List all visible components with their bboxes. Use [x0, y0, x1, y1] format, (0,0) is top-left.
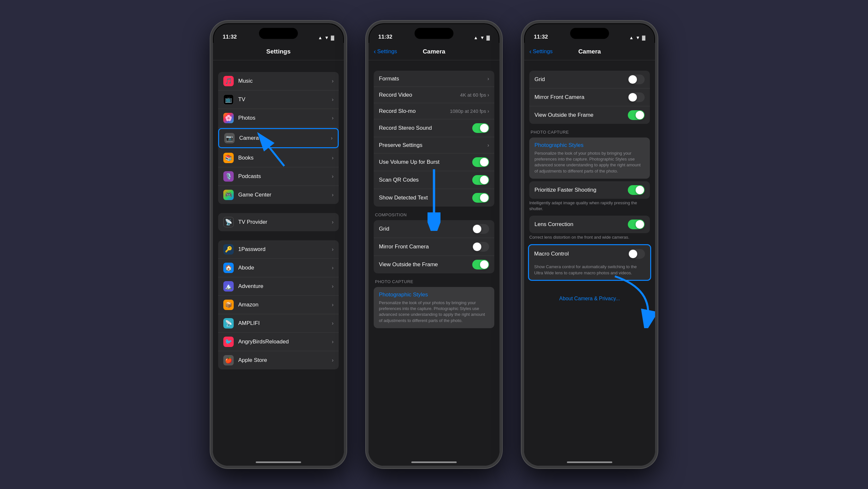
- faster-shooting-toggle[interactable]: [628, 185, 645, 195]
- scan-qr-row[interactable]: Scan QR Codes: [374, 171, 494, 189]
- applestore-row[interactable]: 🍎 Apple Store ›: [218, 351, 339, 369]
- grid-knob-3: [628, 75, 637, 84]
- record-video-row[interactable]: Record Video 4K at 60 fps ›: [374, 87, 494, 103]
- view-outside-toggle-3[interactable]: [628, 110, 645, 120]
- music-label: Music: [238, 78, 332, 84]
- preserve-settings-chevron: ›: [488, 142, 489, 148]
- preserve-settings-row[interactable]: Preserve Settings ›: [374, 137, 494, 153]
- formats-row[interactable]: Formats ›: [374, 71, 494, 87]
- grid-toggle[interactable]: [472, 224, 489, 234]
- music-icon: 🎵: [223, 76, 234, 86]
- photo-styles-title-2: Photographic Styles: [379, 292, 489, 298]
- view-outside-frame-toggle[interactable]: [472, 260, 489, 270]
- mirror-front-camera-label: Mirror Front Camera: [379, 244, 472, 250]
- mirror-front-camera-row[interactable]: Mirror Front Camera: [374, 238, 494, 256]
- view-outside-row-3[interactable]: View Outside the Frame: [529, 106, 650, 124]
- grid-toggle-3[interactable]: [628, 74, 645, 84]
- scan-qr-toggle[interactable]: [472, 175, 489, 185]
- nav-back-label-3: Settings: [533, 48, 553, 55]
- mirror-front-camera-toggle[interactable]: [472, 242, 489, 252]
- macro-control-toggle[interactable]: [628, 249, 645, 259]
- record-video-chevron: ›: [488, 92, 489, 98]
- camera-chevron: ›: [331, 135, 333, 141]
- faster-shooting-desc: Intelligently adapt image quality when r…: [524, 199, 655, 216]
- volume-burst-row[interactable]: Use Volume Up for Burst: [374, 153, 494, 171]
- photos-row[interactable]: 🌸 Photos ›: [218, 109, 339, 127]
- photo-capture-label-3: PHOTO CAPTURE: [531, 130, 569, 134]
- faster-shooting-row[interactable]: Prioritize Faster Shooting: [529, 181, 650, 199]
- settings-content-3[interactable]: Grid Mirror Front Camera View Outside th…: [524, 60, 655, 466]
- record-video-value: 4K at 60 fps: [460, 92, 486, 98]
- show-detected-text-toggle[interactable]: [472, 193, 489, 203]
- grid-row[interactable]: Grid: [374, 220, 494, 238]
- podcasts-row[interactable]: 🎙️ Podcasts ›: [218, 167, 339, 186]
- settings-content-2[interactable]: Formats › Record Video 4K at 60 fps › Re…: [369, 60, 499, 466]
- record-stereo-toggle[interactable]: [472, 123, 489, 133]
- volume-burst-toggle[interactable]: [472, 157, 489, 167]
- about-camera-link[interactable]: About Camera & Privacy...: [524, 289, 655, 308]
- status-icons-3: ▲ ▼ ▓: [629, 35, 645, 40]
- nav-back-3[interactable]: ‹ Settings: [529, 48, 553, 55]
- game-center-row[interactable]: 🎮 Game Center ›: [218, 186, 339, 204]
- tv-chevron: ›: [332, 97, 334, 102]
- photo-capture-section-header-2: PHOTO CAPTURE: [369, 273, 499, 287]
- dynamic-island-2: [414, 28, 454, 39]
- record-stereo-row[interactable]: Record Stereo Sound: [374, 119, 494, 137]
- angrybirds-icon: 🐦: [223, 337, 234, 347]
- lens-correction-desc: Correct lens distortion on the front and…: [524, 233, 655, 244]
- macro-control-box: Macro Control Show Camera control for au…: [528, 244, 651, 280]
- composition-group: Grid Mirror Front Camera View Outside th…: [374, 220, 494, 273]
- amplifi-label: AMPLIFI: [238, 320, 332, 327]
- top-group-3: Grid Mirror Front Camera View Outside th…: [529, 71, 650, 124]
- applestore-label: Apple Store: [238, 357, 332, 364]
- amplifi-row[interactable]: 📡 AMPLIFI ›: [218, 314, 339, 333]
- wifi-icon-2: ▼: [480, 35, 485, 40]
- status-icons-1: ▲ ▼ ▓: [318, 35, 334, 40]
- amazon-chevron: ›: [332, 302, 334, 308]
- grid-knob: [473, 225, 481, 233]
- abode-icon: 🏠: [223, 263, 234, 273]
- screen-3: ‹ Settings Camera Grid Mirror Front Came…: [524, 43, 655, 466]
- music-row[interactable]: 🎵 Music ›: [218, 72, 339, 90]
- photo-styles-box-2[interactable]: Photographic Styles Personalize the look…: [374, 287, 494, 328]
- show-detected-text-label: Show Detected Text: [379, 194, 472, 201]
- amazon-row[interactable]: 📦 Amazon ›: [218, 296, 339, 314]
- camera-row[interactable]: 📷 Camera ›: [218, 128, 339, 148]
- settings-content-1[interactable]: 🎵 Music › 📺 TV › 🌸 Photos › 📷 Camera: [213, 60, 344, 466]
- photo-styles-box-3[interactable]: Photographic Styles Personalize the look…: [529, 137, 650, 179]
- books-chevron: ›: [332, 155, 334, 161]
- home-indicator-1: [256, 461, 301, 463]
- grid-row-3[interactable]: Grid: [529, 71, 650, 89]
- abode-row[interactable]: 🏠 Abode ›: [218, 259, 339, 277]
- battery-icon-3: ▓: [642, 35, 645, 40]
- status-time-3: 11:32: [534, 34, 548, 40]
- nav-back-2[interactable]: ‹ Settings: [374, 48, 397, 55]
- show-detected-text-row[interactable]: Show Detected Text: [374, 189, 494, 207]
- macro-control-label: Macro Control: [534, 251, 628, 257]
- 1password-icon: 🔑: [223, 244, 234, 254]
- tv-row[interactable]: 📺 TV ›: [218, 90, 339, 109]
- record-slomo-row[interactable]: Record Slo-mo 1080p at 240 fps ›: [374, 103, 494, 119]
- wifi-icon-1: ▼: [324, 35, 329, 40]
- 1password-row[interactable]: 🔑 1Password ›: [218, 240, 339, 259]
- tv-provider-label: TV Provider: [238, 219, 332, 225]
- record-slomo-chevron: ›: [488, 108, 489, 114]
- photo-styles-container-3: Photographic Styles Personalize the look…: [529, 137, 650, 179]
- lens-correction-toggle[interactable]: [628, 219, 645, 229]
- status-time-2: 11:32: [378, 34, 392, 40]
- photos-label: Photos: [238, 115, 332, 121]
- angrybirds-label: AngryBirdsReloaded: [238, 339, 332, 345]
- mirror-front-label-3: Mirror Front Camera: [534, 94, 628, 100]
- nav-title-2: Camera: [423, 48, 445, 55]
- mirror-front-toggle-3[interactable]: [628, 92, 645, 102]
- iphone-2: 11:32 ▲ ▼ ▓ ‹ Settings Camera Formats ›: [366, 21, 502, 468]
- macro-control-row[interactable]: Macro Control: [529, 245, 650, 263]
- lens-correction-row[interactable]: Lens Correction: [529, 216, 650, 233]
- photo-styles-desc-2: Personalize the look of your photos by b…: [379, 300, 489, 324]
- books-row[interactable]: 📚 Books ›: [218, 149, 339, 167]
- adventure-row[interactable]: 🏔️ Adventure ›: [218, 277, 339, 296]
- mirror-front-row-3[interactable]: Mirror Front Camera: [529, 89, 650, 106]
- view-outside-frame-row[interactable]: View Outside the Frame: [374, 256, 494, 273]
- tv-provider-row[interactable]: 📡 TV Provider ›: [218, 213, 339, 231]
- angrybirds-row[interactable]: 🐦 AngryBirdsReloaded ›: [218, 333, 339, 351]
